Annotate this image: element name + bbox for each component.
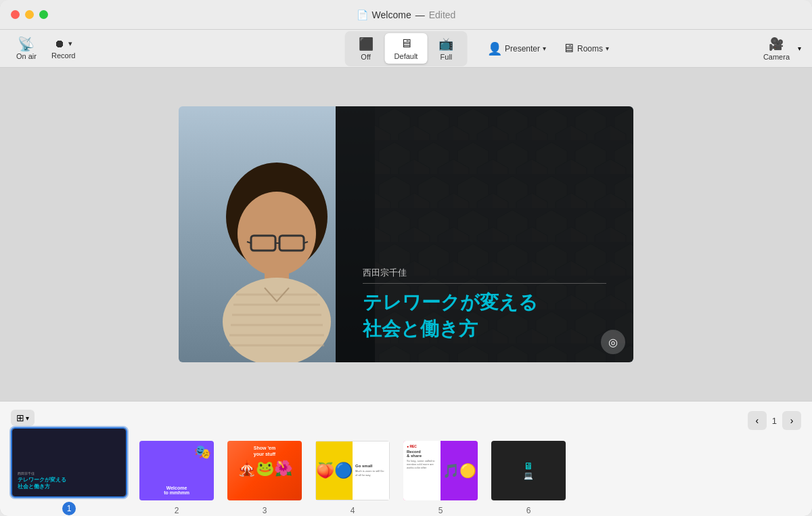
slide-subtitle: 西田宗千佳 xyxy=(363,267,606,284)
slide-1-title: テレワークが変える 社会と働き方 xyxy=(18,477,120,491)
toolbar-right-btns: 👤 Presenter ▾ 🖥 Rooms ▾ xyxy=(480,38,616,60)
document-icon: 📄 xyxy=(357,9,368,20)
slide-5-sub: So long, some called to mention cold mor… xyxy=(407,459,437,470)
slide-thumb-img-5[interactable]: ● REC Record& share So long, some called… xyxy=(402,439,479,502)
logo-icon: ◎ xyxy=(608,336,618,349)
slide-6-content: 🖥 💻 xyxy=(491,441,566,500)
rooms-button[interactable]: 🖥 Rooms ▾ xyxy=(556,38,616,59)
slides-row: 西田宗千佳 テレワークが変える 社会と働き方 1 🎭 xyxy=(11,403,801,515)
view-full-label: Full xyxy=(441,53,453,61)
slide-5-content: ● REC Record& share So long, some called… xyxy=(403,441,478,500)
rooms-label: Rooms xyxy=(577,44,603,53)
slide-title-line1: テレワークが変える xyxy=(363,289,606,316)
slide-title-line2: 社会と働き方 xyxy=(363,316,606,342)
rooms-dropdown-icon: ▾ xyxy=(606,45,609,52)
onair-icon: 📡 xyxy=(18,37,35,51)
presenter-button[interactable]: 👤 Presenter ▾ xyxy=(480,38,553,60)
slide-2-content: 🎭 Welcometo mmhmm xyxy=(139,441,214,500)
title-name: Welcome xyxy=(372,9,411,20)
slide-5-rec-label: ● REC xyxy=(407,444,437,448)
svg-point-16 xyxy=(238,192,316,276)
title-edited: Edited xyxy=(429,9,456,20)
view-default-icon: 🖥 xyxy=(400,37,412,51)
slide-thumb-3[interactable]: Show 'emyour stuff 🎪🐸🌺 3 xyxy=(226,439,303,515)
view-off-button[interactable]: ⬛ Off xyxy=(347,33,385,64)
record-label: Record xyxy=(51,51,75,60)
slide-1-content: 西田宗千佳 テレワークが変える 社会と働き方 xyxy=(12,429,126,496)
slide-3-number: 3 xyxy=(263,506,267,515)
slide-5-number: 5 xyxy=(438,506,443,515)
presenter-dropdown-icon: ▾ xyxy=(543,45,546,52)
camera-icon: 🎥 xyxy=(769,37,784,51)
slide-6-number: 6 xyxy=(526,506,531,515)
slide-1-number: 1 xyxy=(62,502,76,515)
svg-point-23 xyxy=(223,278,331,362)
close-button[interactable] xyxy=(11,10,20,19)
slide-thumb-4[interactable]: 🍑🔵 Go small Much is zoom to still Go of … xyxy=(314,439,391,515)
slide-6-inner: 🖥 💻 xyxy=(491,441,566,500)
view-off-icon: ⬛ xyxy=(359,37,374,51)
filmstrip-navigation: ‹ 1 › xyxy=(748,411,801,430)
slide-3-emoji: 🎪🐸🌺 xyxy=(231,460,298,477)
slide-thumb-1[interactable]: 西田宗千佳 テレワークが変える 社会と働き方 1 xyxy=(11,427,127,515)
slide-5-right: 🎵🟡 xyxy=(441,441,478,500)
title-separator: — xyxy=(415,9,425,20)
slide-2-cartoon: 🎭 xyxy=(194,444,211,460)
view-off-label: Off xyxy=(361,53,370,61)
toolbar-camera: 🎥 Camera ▾ xyxy=(758,34,801,64)
slide-4-number: 4 xyxy=(351,506,355,515)
presenter-label: Presenter xyxy=(505,44,540,53)
slide-thumb-img-4[interactable]: 🍑🔵 Go small Much is zoom to still Go of … xyxy=(314,439,391,502)
slide-thumb-img-2[interactable]: 🎭 Welcometo mmhmm xyxy=(138,439,215,502)
toolbar: 📡 On air ⏺ ▾ Record ⬛ Off 🖥 Default 📺 Fu… xyxy=(0,30,812,68)
view-switcher: ⬛ Off 🖥 Default 📺 Full xyxy=(345,31,468,66)
slide-4-sub: Much is zoom to still Go of all for way xyxy=(355,469,386,477)
slide-thumb-5[interactable]: ● REC Record& share So long, some called… xyxy=(402,439,479,515)
slide-4-left: 🍑🔵 xyxy=(316,442,353,500)
main-content: 西田宗千佳 テレワークが変える 社会と働き方 ◎ ⊞ ▾ xyxy=(0,68,812,516)
slide-thumb-img-6[interactable]: 🖥 💻 xyxy=(490,439,567,502)
slide-title: テレワークが変える 社会と働き方 xyxy=(363,289,606,342)
toolbar-left: 📡 On air ⏺ ▾ Record xyxy=(11,35,81,63)
add-icon: ⊞ xyxy=(16,412,24,423)
slide-4-content: 🍑🔵 Go small Much is zoom to still Go of … xyxy=(315,441,390,500)
slide-6-emoji2: 💻 xyxy=(524,471,533,480)
window-title: 📄 Welcome — Edited xyxy=(357,9,456,20)
maximize-button[interactable] xyxy=(39,10,48,19)
minimize-button[interactable] xyxy=(25,10,34,19)
record-icon: ⏺ ▾ xyxy=(54,38,72,50)
filmstrip-toolbar: ⊞ ▾ xyxy=(11,410,35,426)
onair-button[interactable]: 📡 On air xyxy=(11,35,42,63)
record-button[interactable]: ⏺ ▾ Record xyxy=(46,35,81,62)
view-full-button[interactable]: 📺 Full xyxy=(427,33,465,64)
slide-thumb-img-1[interactable]: 西田宗千佳 テレワークが変える 社会と働き方 xyxy=(11,427,127,498)
onair-label: On air xyxy=(16,52,37,60)
camera-dropdown-icon[interactable]: ▾ xyxy=(798,45,801,52)
slide-3-label: Show 'emyour stuff xyxy=(231,445,298,457)
slide-content: 西田宗千佳 テレワークが変える 社会と働き方 xyxy=(336,106,633,362)
slide-5-left: ● REC Record& share So long, some called… xyxy=(403,441,441,500)
slide-container: 西田宗千佳 テレワークが変える 社会と働き方 ◎ xyxy=(179,106,633,362)
next-page-button[interactable]: › xyxy=(782,411,801,430)
camera-button[interactable]: 🎥 Camera xyxy=(758,34,795,64)
titlebar: 📄 Welcome — Edited xyxy=(0,0,812,30)
slide-thumb-2[interactable]: 🎭 Welcometo mmhmm 2 xyxy=(138,439,215,515)
add-dropdown-icon: ▾ xyxy=(26,414,29,422)
slide-4-title: Go small xyxy=(355,464,386,468)
filmstrip: ⊞ ▾ ‹ 1 › 西田宗千佳 テレワークが変える xyxy=(0,401,812,516)
slide-thumb-img-3[interactable]: Show 'emyour stuff 🎪🐸🌺 xyxy=(226,439,303,502)
view-default-label: Default xyxy=(394,52,418,60)
slide-2-number: 2 xyxy=(175,506,179,515)
slide-6-monitor: 🖥 xyxy=(524,460,533,471)
slide-5-title: Record& share xyxy=(407,450,437,458)
prev-page-button[interactable]: ‹ xyxy=(748,411,767,430)
preview-area: 西田宗千佳 テレワークが変える 社会と働き方 ◎ xyxy=(0,68,812,401)
watermark-logo: ◎ xyxy=(601,330,625,354)
page-number: 1 xyxy=(772,416,777,426)
slide-3-content: Show 'emyour stuff 🎪🐸🌺 xyxy=(227,441,302,500)
view-default-button[interactable]: 🖥 Default xyxy=(385,33,428,64)
slide-4-right: Go small Much is zoom to still Go of all… xyxy=(353,442,389,500)
slide-thumb-6[interactable]: 🖥 💻 6 xyxy=(490,439,567,515)
slide-2-label: Welcometo mmhmm xyxy=(145,486,208,495)
add-slide-button[interactable]: ⊞ ▾ xyxy=(11,410,35,426)
